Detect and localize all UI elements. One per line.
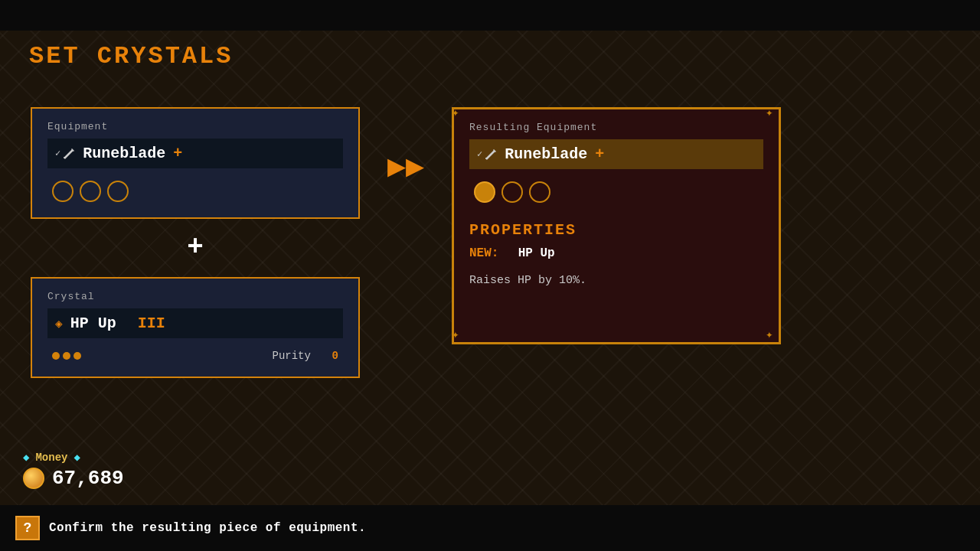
money-label-row: ◆ Money ◆ xyxy=(23,451,124,464)
crystal-card[interactable]: Crystal ◈ HP Up III Purity 0 xyxy=(31,277,360,378)
property-description: Raises HP by 10%. xyxy=(469,272,763,290)
sword-icon: ✓ xyxy=(55,148,75,160)
crystal-tier: III xyxy=(138,315,165,332)
result-name-row: ✓ Runeblade + xyxy=(469,139,763,169)
star-2 xyxy=(63,352,70,360)
arrow-container: ▶▶ xyxy=(383,153,429,184)
corner-br: ✦ xyxy=(766,329,781,344)
slot-circle-3 xyxy=(107,181,129,202)
confirm-text: Confirm the resulting piece of equipment… xyxy=(49,521,366,535)
crystal-bottom: Purity 0 xyxy=(47,347,343,364)
purity-label: Purity xyxy=(273,350,311,362)
result-slot-1 xyxy=(474,181,495,203)
equipment-slots xyxy=(47,178,343,205)
crystal-icon: ◈ xyxy=(55,316,63,331)
money-amount: 67,689 xyxy=(52,467,124,490)
equipment-name-row: ✓ Runeblade + xyxy=(47,139,343,168)
crystal-name-row: ◈ HP Up III xyxy=(47,308,343,338)
top-bar xyxy=(0,0,980,31)
result-panel: ✦ ✦ ✦ ✦ Resulting Equipment ✓ Runeblade … xyxy=(452,107,781,344)
slot-circle-2 xyxy=(80,181,101,202)
question-icon: ? xyxy=(15,516,40,540)
purity-info: Purity 0 xyxy=(273,349,338,363)
coin-icon xyxy=(23,468,44,489)
properties-title: PROPERTIES xyxy=(469,221,763,239)
main-content: Equipment ✓ Runeblade + + xyxy=(0,92,980,505)
money-diamond-left: ◆ xyxy=(23,451,29,464)
result-slots xyxy=(469,178,763,206)
crystal-label: Crystal xyxy=(47,291,343,302)
result-slot-3 xyxy=(529,181,550,203)
corner-tr: ✦ xyxy=(766,107,781,122)
money-section: ◆ Money ◆ 67,689 xyxy=(23,451,124,490)
corner-tl: ✦ xyxy=(452,107,467,122)
star-3 xyxy=(74,352,81,360)
purity-value: 0 xyxy=(332,350,338,362)
money-diamond-right: ◆ xyxy=(74,451,80,464)
money-label: Money xyxy=(35,452,67,464)
new-label: NEW: xyxy=(469,246,498,260)
new-property-row: NEW: HP Up xyxy=(469,246,763,260)
page-title: SET CRYSTALS xyxy=(29,42,233,70)
equipment-name: Runeblade xyxy=(83,145,165,162)
combine-plus: + xyxy=(187,234,204,262)
result-slot-2 xyxy=(501,181,523,203)
equipment-label: Equipment xyxy=(47,121,343,132)
result-item-suffix: + xyxy=(595,145,604,163)
result-label: Resulting Equipment xyxy=(469,122,763,133)
double-arrow-icon: ▶▶ xyxy=(387,153,424,184)
money-value-row: 67,689 xyxy=(23,467,124,490)
equipment-suffix: + xyxy=(173,145,182,162)
crystal-stars xyxy=(52,352,81,360)
result-inner: Resulting Equipment ✓ Runeblade + xyxy=(454,109,779,302)
star-1 xyxy=(52,352,60,360)
corner-bl: ✦ xyxy=(452,329,467,344)
left-column: Equipment ✓ Runeblade + + xyxy=(31,107,360,378)
result-sword-icon: ✓ xyxy=(477,148,497,161)
crystal-name: HP Up xyxy=(70,315,116,332)
equipment-card[interactable]: Equipment ✓ Runeblade + xyxy=(31,107,360,219)
new-value: HP Up xyxy=(518,246,555,260)
slot-circle-1 xyxy=(52,181,74,202)
bottom-bar: ? Confirm the resulting piece of equipme… xyxy=(0,505,980,551)
result-item-name: Runeblade xyxy=(505,145,587,163)
